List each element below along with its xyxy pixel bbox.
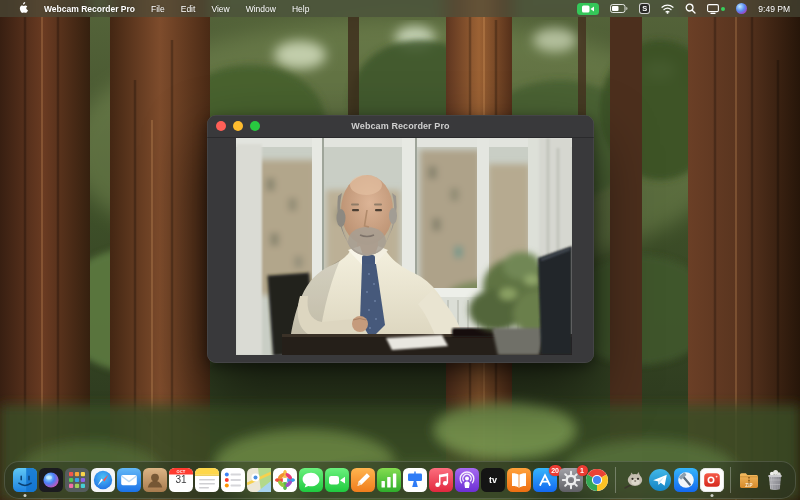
dock-xcode[interactable] bbox=[674, 468, 698, 492]
minimize-button[interactable] bbox=[233, 121, 243, 131]
dock-facetime[interactable] bbox=[325, 468, 349, 492]
recording-indicator-icon[interactable] bbox=[577, 3, 599, 15]
webcam-feed-image bbox=[236, 138, 572, 355]
zoom-button[interactable] bbox=[250, 121, 260, 131]
menu-help[interactable]: Help bbox=[284, 4, 317, 14]
dock-mail[interactable] bbox=[117, 468, 141, 492]
siri-icon[interactable] bbox=[736, 3, 747, 14]
menu-view[interactable]: View bbox=[203, 4, 237, 14]
dock-pages[interactable] bbox=[351, 468, 375, 492]
apple-icon bbox=[18, 2, 28, 14]
screen-share-icon[interactable] bbox=[707, 4, 725, 14]
dock-app-store[interactable]: 20 bbox=[533, 468, 557, 492]
menu-bar: Webcam Recorder Pro File Edit View Windo… bbox=[0, 0, 800, 17]
dock-trash[interactable] bbox=[763, 468, 787, 492]
dock-photos[interactable] bbox=[273, 468, 297, 492]
dock-messages[interactable] bbox=[299, 468, 323, 492]
webcam-video-view bbox=[236, 138, 572, 355]
battery-icon[interactable] bbox=[610, 4, 628, 13]
zip-label: ZIP bbox=[737, 483, 761, 488]
window-titlebar[interactable]: Webcam Recorder Pro bbox=[207, 115, 594, 138]
dock-calendar[interactable]: OCT 31 bbox=[169, 468, 193, 492]
dock: OCT 31 bbox=[4, 461, 796, 499]
sharing-active-dot bbox=[721, 7, 725, 11]
dock-maps[interactable] bbox=[247, 468, 271, 492]
calendar-day: 31 bbox=[169, 474, 193, 485]
dock-keynote[interactable] bbox=[403, 468, 427, 492]
webcam-recorder-window: Webcam Recorder Pro bbox=[207, 115, 594, 363]
menu-edit[interactable]: Edit bbox=[173, 4, 204, 14]
dock-notes[interactable] bbox=[195, 468, 219, 492]
dock-telegram[interactable] bbox=[648, 468, 672, 492]
dock-music[interactable] bbox=[429, 468, 453, 492]
menu-window[interactable]: Window bbox=[238, 4, 284, 14]
dock-pet-toy-app[interactable] bbox=[622, 468, 646, 492]
dock-tv[interactable]: tv bbox=[481, 468, 505, 492]
menu-file[interactable]: File bbox=[143, 4, 173, 14]
s-app-status-icon[interactable]: S bbox=[639, 3, 650, 14]
running-indicator bbox=[711, 494, 714, 497]
desktop: Webcam Recorder Pro File Edit View Windo… bbox=[0, 0, 800, 500]
dock-reminders[interactable] bbox=[221, 468, 245, 492]
dock-zip-archive[interactable]: ZIP bbox=[737, 468, 761, 492]
spotlight-icon[interactable] bbox=[685, 3, 696, 14]
dock-podcasts[interactable] bbox=[455, 468, 479, 492]
apple-menu[interactable] bbox=[10, 2, 36, 16]
dock-safari[interactable] bbox=[91, 468, 115, 492]
dock-divider bbox=[730, 467, 731, 493]
tv-label: tv bbox=[481, 468, 505, 492]
dock-divider bbox=[615, 467, 616, 493]
menu-bar-clock[interactable]: 9:49 PM bbox=[758, 4, 790, 14]
wifi-icon[interactable] bbox=[661, 4, 674, 14]
dock-webcam-recorder-pro[interactable] bbox=[700, 468, 724, 492]
dock-chrome[interactable] bbox=[585, 468, 609, 492]
app-menu-title[interactable]: Webcam Recorder Pro bbox=[36, 4, 143, 14]
dock-contacts[interactable] bbox=[143, 468, 167, 492]
running-indicator bbox=[24, 494, 27, 497]
dock-launchpad[interactable] bbox=[65, 468, 89, 492]
dock-siri[interactable] bbox=[39, 468, 63, 492]
dock-numbers[interactable] bbox=[377, 468, 401, 492]
window-title: Webcam Recorder Pro bbox=[207, 121, 594, 131]
dock-system-settings[interactable]: 1 bbox=[559, 468, 583, 492]
dock-finder[interactable] bbox=[13, 468, 37, 492]
dock-books[interactable] bbox=[507, 468, 531, 492]
close-button[interactable] bbox=[216, 121, 226, 131]
